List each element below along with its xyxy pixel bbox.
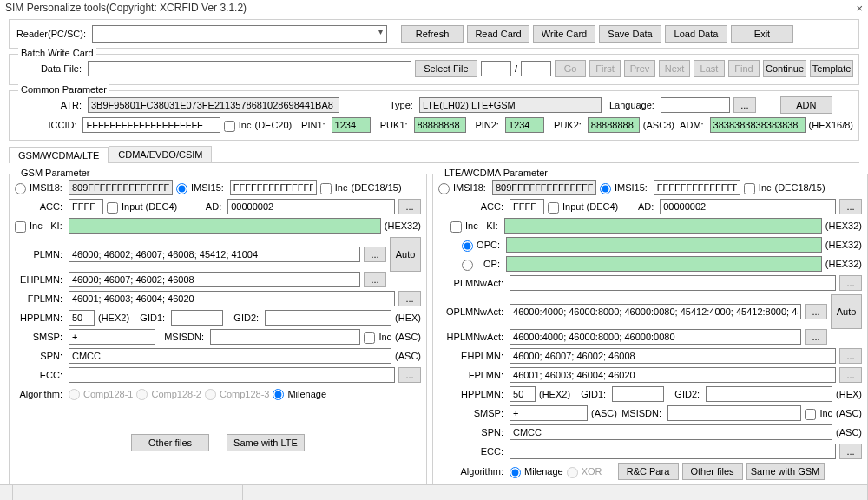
lte-imsi18-radio[interactable] — [438, 183, 450, 194]
puk2-input[interactable] — [588, 117, 640, 133]
lte-hplmnwact-input[interactable] — [510, 329, 801, 345]
gsm-gid2-input[interactable] — [265, 310, 391, 326]
lte-op-hex32: (HEX32) — [825, 259, 862, 269]
lte-fplmn-ellipsis[interactable]: ... — [839, 367, 862, 383]
lte-plmnwact-input[interactable] — [510, 275, 836, 291]
lte-op-radio[interactable] — [462, 260, 473, 271]
gsm-auto-button[interactable]: Auto — [390, 237, 421, 272]
gsm-alg4-radio[interactable] — [273, 389, 284, 400]
lte-opc-radio[interactable] — [462, 240, 473, 252]
lte-opc-input[interactable] — [506, 237, 822, 253]
gsm-spn-input[interactable] — [69, 348, 391, 364]
lte-ehplmn-input[interactable] — [510, 348, 836, 364]
gsm-imsi-inc-check[interactable] — [320, 183, 332, 194]
lte-hpplmn-input[interactable] — [510, 386, 536, 402]
lte-gid2-input[interactable] — [706, 386, 832, 402]
lte-op-input[interactable] — [506, 256, 822, 272]
gsm-ad-input[interactable] — [227, 199, 395, 214]
gsm-ecc-input[interactable] — [69, 367, 395, 383]
tab-gsm-wcdma-lte[interactable]: GSM/WCDMA/LTE — [9, 147, 108, 163]
adn-button[interactable]: ADN — [780, 96, 832, 114]
gsm-hpplmn-input[interactable] — [69, 310, 95, 326]
gsm-input-dec4-check[interactable] — [107, 202, 118, 214]
go-button[interactable]: Go — [555, 60, 586, 77]
gsm-ki-input[interactable] — [69, 218, 381, 234]
gsm-ad-ellipsis[interactable]: ... — [398, 199, 421, 214]
lte-plmnwact-ellipsis[interactable]: ... — [839, 275, 862, 291]
reader-dropdown[interactable] — [92, 25, 387, 43]
continue-button[interactable]: Continue — [763, 60, 806, 77]
gsm-fplmn-ellipsis[interactable]: ... — [398, 291, 421, 306]
lte-acc-input[interactable] — [510, 199, 544, 214]
gsm-msisdn-input[interactable] — [210, 329, 360, 345]
lang-ellipsis[interactable]: ... — [733, 97, 756, 113]
lte-ki-input[interactable] — [504, 218, 822, 234]
template-button[interactable]: Template — [810, 60, 853, 77]
gsm-imsi15-radio[interactable] — [176, 183, 187, 194]
lte-input-dec4-check[interactable] — [548, 202, 559, 214]
lte-imsi15-radio[interactable] — [600, 183, 611, 194]
gsm-plmn-ellipsis[interactable]: ... — [364, 247, 386, 262]
gsm-other-files-button[interactable]: Other files — [131, 434, 209, 451]
lte-other-files-button[interactable]: Other files — [682, 463, 743, 480]
load-data-button[interactable]: Load Data — [665, 25, 727, 43]
write-card-button[interactable]: Write Card — [533, 25, 595, 43]
lte-ki-inc-check[interactable] — [450, 221, 462, 233]
gsm-same-lte-button[interactable]: Same with LTE — [227, 434, 305, 451]
gsm-smsp-input[interactable] — [69, 329, 155, 345]
select-file-button[interactable]: Select File — [415, 60, 477, 77]
close-icon[interactable]: × — [856, 2, 863, 15]
iccid-inc-check[interactable] — [224, 121, 235, 132]
read-card-button[interactable]: Read Card — [467, 25, 529, 43]
gsm-ehplmn-ellipsis[interactable]: ... — [364, 272, 386, 287]
gsm-ecc-ellipsis[interactable]: ... — [398, 367, 421, 383]
tab-cdma-evdo-csim[interactable]: CDMA/EVDO/CSIM — [108, 146, 212, 162]
gsm-imsi18-radio[interactable] — [15, 183, 26, 194]
iccid-input[interactable] — [82, 117, 220, 133]
prev-button[interactable]: Prev — [624, 60, 655, 77]
gsm-msisdn-inc-check[interactable] — [364, 332, 375, 344]
lte-alg1-radio[interactable] — [510, 467, 521, 478]
lte-imsi15-input[interactable] — [654, 180, 740, 195]
lte-fplmn-input[interactable] — [510, 367, 836, 383]
refresh-button[interactable]: Refresh — [401, 25, 464, 43]
lte-oplmnwact-input[interactable] — [510, 304, 801, 319]
lte-ehplmn-ellipsis[interactable]: ... — [839, 348, 862, 364]
gsm-fplmn-input[interactable] — [69, 291, 395, 306]
pin1-input[interactable] — [332, 117, 371, 133]
lte-msisdn-input[interactable] — [667, 405, 801, 421]
lte-ad-ellipsis[interactable]: ... — [839, 199, 862, 214]
lte-smsp-input[interactable] — [510, 405, 588, 421]
puk1-input[interactable] — [414, 117, 466, 133]
first-button[interactable]: First — [589, 60, 621, 77]
lang-input[interactable] — [661, 97, 730, 113]
pin2-input[interactable] — [505, 117, 544, 133]
last-button[interactable]: Last — [694, 60, 725, 77]
batch-seq1-input[interactable] — [481, 61, 511, 76]
lte-rc-para-button[interactable]: R&C Para — [618, 463, 679, 480]
lte-hplmnwact-ellipsis[interactable]: ... — [805, 329, 827, 345]
lte-gid1-input[interactable] — [612, 386, 664, 402]
lte-same-gsm-button[interactable]: Same with GSM — [746, 463, 825, 480]
lte-oplmnwact-ellipsis[interactable]: ... — [805, 304, 827, 319]
find-button[interactable]: Find — [728, 60, 760, 77]
lte-imsi-inc-check[interactable] — [744, 183, 755, 194]
adm-input[interactable] — [710, 117, 806, 133]
lte-ad-input[interactable] — [660, 199, 836, 214]
lte-spn-input[interactable] — [510, 424, 832, 440]
gsm-ehplmn-input[interactable] — [69, 272, 360, 287]
next-button[interactable]: Next — [659, 60, 690, 77]
exit-button[interactable]: Exit — [731, 25, 793, 43]
datafile-input[interactable] — [88, 61, 411, 76]
batch-seq2-input[interactable] — [521, 61, 551, 76]
lte-ecc-ellipsis[interactable]: ... — [839, 444, 862, 459]
lte-ecc-input[interactable] — [510, 444, 836, 459]
gsm-ki-inc-check[interactable] — [15, 221, 26, 233]
lte-msisdn-inc-check[interactable] — [805, 409, 816, 420]
lte-auto-button[interactable]: Auto — [831, 294, 862, 329]
gsm-imsi15-input[interactable] — [230, 180, 317, 195]
gsm-acc-input[interactable] — [69, 199, 103, 214]
save-data-button[interactable]: Save Data — [599, 25, 661, 43]
gsm-plmn-input[interactable] — [69, 247, 360, 262]
gsm-gid1-input[interactable] — [171, 310, 223, 326]
